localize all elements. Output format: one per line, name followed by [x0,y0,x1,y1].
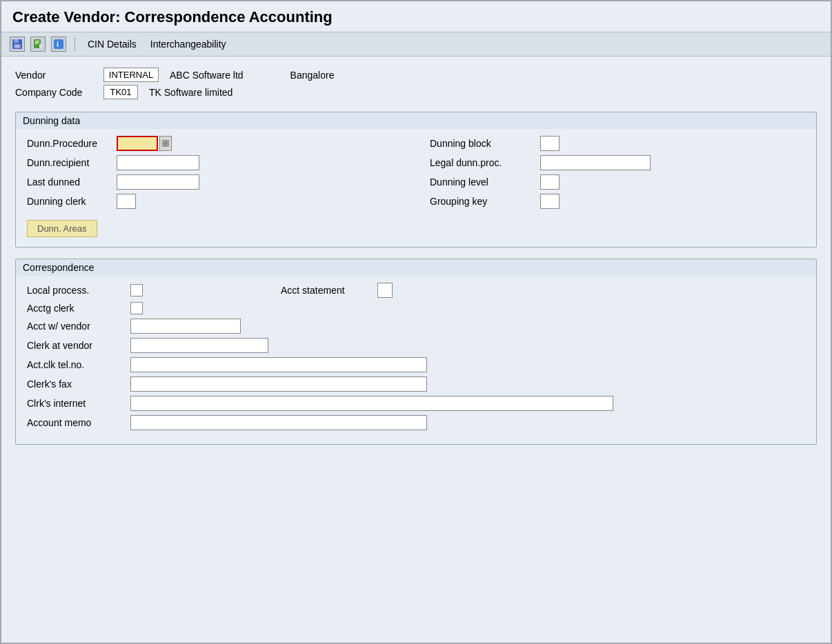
acct-w-vendor-input[interactable] [130,319,241,334]
dunning-level-label: Dunning level [430,177,540,188]
dunning-section: Dunning data Dunn.Procedure [15,112,817,248]
title-bar: Create Vendor: Correspondence Accounting [1,1,831,32]
last-dunned-row: Last dunned [27,174,416,190]
company-code: TK01 [103,85,138,99]
page-title: Create Vendor: Correspondence Accounting [12,8,820,26]
clerks-fax-row: Clerk's fax [27,376,805,392]
account-memo-label: Account memo [27,417,130,428]
company-name: TK Software limited [149,87,232,98]
svg-rect-5 [35,41,39,41]
acct-statement-checkbox[interactable] [377,283,393,298]
legal-dunn-proc-row: Legal dunn.proc. [430,155,805,170]
vendor-name: ABC Software ltd [170,70,244,81]
vendor-city: Bangalore [290,70,335,81]
correspondence-section-body: Local process. Acct statement Acctg cler… [16,276,816,444]
local-process-checkbox[interactable] [130,284,143,296]
grouping-key-row: Grouping key [430,194,805,209]
clerk-at-vendor-row: Clerk at vendor [27,338,805,353]
clerk-at-vendor-label: Clerk at vendor [27,340,130,351]
account-memo-row: Account memo [27,415,805,430]
info-icon[interactable]: i [51,37,66,52]
dunning-clerk-row: Dunning clerk [27,194,416,209]
dunning-right: Dunning block Legal dunn.proc. Dunning l… [416,136,805,237]
content-area: Vendor INTERNAL ABC Software ltd Bangalo… [1,57,831,467]
svg-rect-12 [164,142,167,145]
svg-rect-1 [14,39,19,43]
company-code-row: Company Code TK01 TK Software limited [15,85,817,99]
cin-details-menu[interactable]: CIN Details [83,37,141,51]
clerks-fax-label: Clerk's fax [27,379,130,390]
dunning-block-label: Dunning block [430,138,540,149]
act-clk-tel-input[interactable] [130,357,427,372]
clrks-internet-label: Clrk's internet [27,398,130,409]
main-window: Create Vendor: Correspondence Accounting [0,0,832,644]
account-memo-input[interactable] [130,415,427,430]
dunn-procedure-input-group [117,136,172,151]
dunning-section-body: Dunn.Procedure Dunn.recipient [16,129,816,247]
acct-statement-label: Acct statement [281,285,377,296]
svg-text:i: i [57,40,59,48]
dunning-block-row: Dunning block [430,136,805,151]
local-process-row: Local process. Acct statement [27,283,805,298]
clerk-at-vendor-input[interactable] [130,338,268,353]
acct-w-vendor-label: Acct w/ vendor [27,321,130,332]
doc-icon[interactable] [30,37,46,52]
dunn-recipient-input[interactable] [117,155,199,170]
svg-rect-7 [35,43,38,44]
acctg-clerk-row: Acctg clerk [27,302,805,314]
dunn-procedure-browse-btn[interactable] [159,136,172,151]
correspondence-section-title: Correspondence [16,259,816,276]
svg-rect-8 [39,44,42,48]
grouping-key-label: Grouping key [430,196,540,207]
dunning-level-input[interactable] [540,174,559,190]
toolbar: i CIN Details Interchangeability [1,32,831,57]
last-dunned-input[interactable] [117,174,199,190]
clrks-internet-input[interactable] [130,396,613,411]
svg-rect-3 [15,45,19,48]
act-clk-tel-label: Act.clk tel.no. [27,359,130,370]
dunning-level-row: Dunning level [430,174,805,190]
acctg-clerk-checkbox[interactable] [130,302,143,314]
dunning-block-input[interactable] [540,136,559,151]
clerks-fax-input[interactable] [130,376,427,392]
svg-rect-6 [35,42,39,43]
local-process-label: Local process. [27,285,130,296]
grouping-key-input[interactable] [540,194,559,209]
dunning-section-title: Dunning data [16,112,816,129]
legal-dunn-proc-input[interactable] [540,155,651,170]
vendor-info: Vendor INTERNAL ABC Software ltd Bangalo… [15,68,817,99]
vendor-row: Vendor INTERNAL ABC Software ltd Bangalo… [15,68,817,82]
last-dunned-label: Last dunned [27,177,117,188]
interchangeability-menu[interactable]: Interchangeability [146,37,230,51]
dunning-clerk-input[interactable] [117,194,136,209]
vendor-label: Vendor [15,70,98,81]
acctg-clerk-label: Acctg clerk [27,303,130,314]
dunn-procedure-input[interactable] [117,136,158,151]
dunning-clerk-label: Dunning clerk [27,196,117,207]
company-code-label: Company Code [15,87,98,98]
dunning-left: Dunn.Procedure Dunn.recipient [27,136,416,237]
dunn-procedure-label: Dunn.Procedure [27,138,117,149]
correspondence-section: Correspondence Local process. Acct state… [15,259,817,445]
save-icon[interactable] [10,37,25,52]
vendor-code: INTERNAL [103,68,159,82]
legal-dunn-proc-label: Legal dunn.proc. [430,157,540,168]
acct-w-vendor-row: Acct w/ vendor [27,319,805,334]
toolbar-separator [75,37,75,51]
act-clk-tel-row: Act.clk tel.no. [27,357,805,372]
dunn-recipient-label: Dunn.recipient [27,157,117,168]
dunn-procedure-row: Dunn.Procedure [27,136,416,151]
dunn-recipient-row: Dunn.recipient [27,155,416,170]
dunn-areas-button[interactable]: Dunn. Areas [27,220,97,237]
clrks-internet-row: Clrk's internet [27,396,805,411]
